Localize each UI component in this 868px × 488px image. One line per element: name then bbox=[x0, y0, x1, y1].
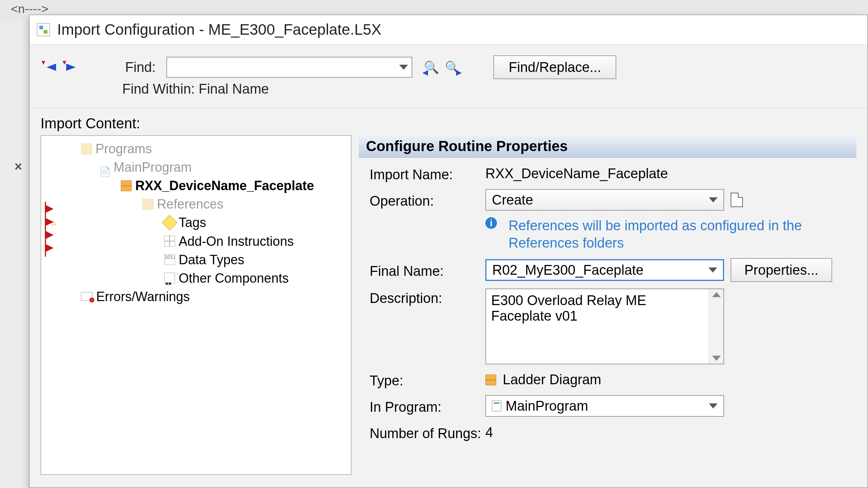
binoculars-icon: 🔍◀ bbox=[424, 60, 439, 74]
svg-marker-1 bbox=[66, 64, 76, 71]
flag-icon bbox=[45, 205, 54, 213]
program-icon bbox=[99, 162, 110, 173]
rungs-value: 4 bbox=[485, 425, 846, 440]
ladder-icon bbox=[121, 180, 132, 191]
find-prev-all-button[interactable]: 🔍◀ bbox=[423, 59, 440, 76]
background-side-panel: × bbox=[0, 22, 29, 488]
datatype-icon bbox=[164, 254, 175, 265]
app-icon bbox=[37, 23, 50, 36]
tree-node-references[interactable]: References bbox=[142, 195, 351, 213]
scrollbar[interactable] bbox=[709, 289, 723, 364]
tree-label: Programs bbox=[95, 140, 152, 158]
chevron-down-icon bbox=[709, 197, 718, 202]
tree-label: Add-On Instructions bbox=[179, 232, 294, 251]
dialog-titlebar: Import Configuration - ME_E300_Faceplate… bbox=[30, 15, 867, 44]
addon-instruction-icon bbox=[164, 236, 175, 247]
tree-label: Tags bbox=[179, 213, 206, 232]
chevron-up-icon bbox=[712, 292, 721, 297]
tree-node-programs[interactable]: Programs bbox=[81, 140, 351, 158]
final-name-combobox[interactable]: R02_MyE300_Faceplate bbox=[485, 259, 724, 281]
tree-node-aoi[interactable]: Add-On Instructions bbox=[164, 232, 351, 251]
find-toolbar: ▾ ▾ Find: 🔍◀ 🔍▶ Fi bbox=[41, 55, 856, 79]
tree-node-tags[interactable]: Tags bbox=[164, 213, 351, 232]
import-name-value: RXX_DeviceName_Faceplate bbox=[485, 166, 846, 181]
type-label: Type: bbox=[370, 371, 485, 389]
find-within-label: Find Within: Final Name bbox=[122, 81, 856, 97]
chevron-down-icon bbox=[709, 267, 717, 273]
operation-combobox[interactable]: Create bbox=[485, 189, 724, 211]
errors-icon bbox=[81, 292, 93, 301]
in-program-label: In Program: bbox=[370, 397, 485, 415]
tree-node-datatypes[interactable]: Data Types bbox=[164, 251, 351, 269]
find-combobox[interactable] bbox=[166, 57, 412, 78]
final-name-label: Final Name: bbox=[370, 261, 485, 279]
find-label: Find: bbox=[125, 60, 156, 75]
rungs-label: Number of Rungs: bbox=[370, 423, 485, 442]
tree-node-routine[interactable]: RXX_DeviceName_Faceplate bbox=[121, 176, 351, 195]
tag-icon bbox=[162, 215, 177, 230]
import-content-tree[interactable]: Programs MainProgram RXX_DeviceName_Face… bbox=[41, 135, 352, 475]
tree-node-errors[interactable]: Errors/Warnings bbox=[81, 287, 351, 306]
tree-node-mainprogram[interactable]: MainProgram bbox=[99, 158, 351, 176]
flag-warning-icon bbox=[45, 218, 54, 226]
type-value: Ladder Diagram bbox=[503, 372, 601, 388]
properties-button[interactable]: Properties... bbox=[731, 258, 832, 282]
program-icon bbox=[492, 401, 501, 411]
find-replace-button[interactable]: Find/Replace... bbox=[493, 55, 616, 79]
new-document-icon[interactable] bbox=[731, 193, 743, 207]
in-program-value: MainProgram bbox=[506, 398, 588, 414]
find-prev-button[interactable]: ▾ bbox=[41, 59, 57, 76]
properties-pane: Configure Routine Properties Import Name… bbox=[359, 135, 856, 475]
dialog-body: ▾ ▾ Find: 🔍◀ 🔍▶ Fi bbox=[30, 44, 867, 487]
bg-tag-text: <n----> bbox=[11, 2, 48, 16]
import-content-label: Import Content: bbox=[41, 115, 856, 132]
in-program-combobox[interactable]: MainProgram bbox=[485, 395, 724, 417]
flag-icon bbox=[45, 244, 54, 252]
operation-info-text: References will be imported as configure… bbox=[509, 217, 846, 252]
tree-label: MainProgram bbox=[114, 158, 192, 176]
find-next-all-button[interactable]: 🔍▶ bbox=[444, 59, 461, 76]
description-label: Description: bbox=[370, 288, 485, 306]
chevron-down-icon bbox=[712, 356, 721, 361]
description-textarea[interactable] bbox=[486, 289, 709, 364]
svg-marker-0 bbox=[47, 64, 56, 71]
import-name-label: Import Name: bbox=[370, 165, 485, 183]
chevron-down-icon bbox=[399, 65, 408, 70]
info-icon: i bbox=[485, 217, 497, 229]
find-next-button[interactable]: ▾ bbox=[61, 59, 78, 76]
separator bbox=[30, 108, 867, 108]
tree-label: Other Components bbox=[179, 269, 289, 287]
folder-icon bbox=[142, 199, 153, 210]
tree-label: RXX_DeviceName_Faceplate bbox=[135, 176, 314, 195]
tree-label: References bbox=[157, 195, 224, 213]
description-textarea-wrap bbox=[485, 288, 724, 364]
tree-label: Data Types bbox=[179, 251, 244, 269]
final-name-value: R02_MyE300_Faceplate bbox=[492, 262, 643, 278]
dialog-title: Import Configuration - ME_E300_Faceplate… bbox=[57, 21, 382, 38]
components-icon bbox=[164, 273, 175, 283]
binoculars-icon: 🔍▶ bbox=[445, 60, 460, 74]
flag-icon: ▾ bbox=[42, 58, 45, 67]
folder-icon bbox=[81, 144, 92, 154]
import-configuration-dialog: Import Configuration - ME_E300_Faceplate… bbox=[29, 14, 868, 488]
close-icon[interactable]: × bbox=[14, 159, 22, 174]
chevron-down-icon bbox=[709, 403, 718, 408]
ladder-icon bbox=[485, 374, 496, 385]
tree-label: Errors/Warnings bbox=[96, 287, 190, 306]
operation-label: Operation: bbox=[370, 191, 485, 209]
tree-gutter-flags bbox=[45, 205, 59, 252]
flag-icon bbox=[45, 231, 54, 239]
flag-icon: ▾ bbox=[63, 58, 66, 67]
tree-node-other[interactable]: Other Components bbox=[164, 269, 351, 287]
operation-value: Create bbox=[492, 192, 533, 208]
properties-header: Configure Routine Properties bbox=[359, 135, 856, 158]
